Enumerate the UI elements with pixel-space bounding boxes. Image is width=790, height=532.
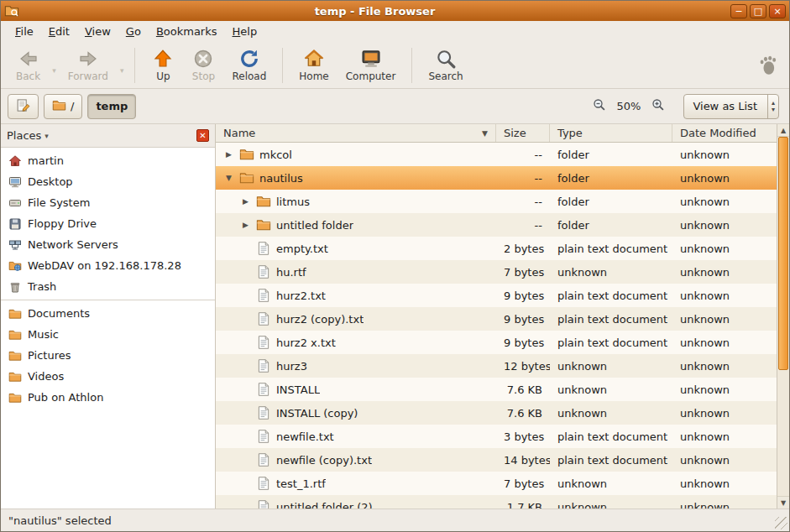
file-row-test-1-rtf[interactable]: test_1.rtf7 bytesunknownunknown (216, 472, 777, 495)
column-header-date-modified[interactable]: Date Modified (672, 124, 777, 142)
file-row-untitled-folder-2[interactable]: untitled folder (2)1.7 KBunknownunknown (216, 495, 777, 509)
file-row-install-copy[interactable]: INSTALL (copy)7.6 KBunknownunknown (216, 401, 777, 425)
folder-icon (8, 307, 22, 321)
type-cell: unknown (550, 477, 672, 490)
zoom-in-icon (651, 98, 665, 114)
file-name: INSTALL (276, 383, 320, 396)
expand-icon[interactable]: ▶ (240, 221, 251, 229)
sidebar-item-desktop[interactable]: Desktop (1, 171, 215, 192)
file-row-mkcol[interactable]: ▶mkcol--folderunknown (216, 143, 777, 166)
sidebar-item-documents[interactable]: Documents (1, 303, 215, 324)
close-button[interactable]: × (769, 4, 786, 18)
sidebar-item-webdav-on-192-168-178-28[interactable]: WebDAV on 192.168.178.28 (1, 255, 215, 276)
close-sidebar-button[interactable]: ✕ (196, 129, 209, 142)
file-name: INSTALL (copy) (276, 407, 358, 420)
toolbar-reload-button[interactable]: Reload (223, 45, 275, 86)
folder-icon (8, 349, 22, 362)
column-header-size[interactable]: Size (496, 124, 550, 142)
file-row-hurz2-txt[interactable]: hurz2.txt9 bytesplain text documentunkno… (216, 284, 777, 307)
toolbar-forward-label: Forward (68, 70, 108, 82)
view-mode-select[interactable]: View as List ▴▾ (683, 94, 779, 119)
maximize-button[interactable]: □ (750, 4, 766, 18)
zoom-out-button[interactable] (589, 96, 610, 117)
file-name: hu.rtf (276, 266, 306, 279)
sidebar-item-pub-on-athlon[interactable]: Pub on Athlon (1, 387, 215, 408)
menu-help[interactable]: Help (225, 23, 265, 40)
sort-descending-icon: ▼ (482, 129, 488, 138)
file-row-hurz2-x-txt[interactable]: hurz2 x.txt9 bytesplain text documentunk… (216, 331, 777, 354)
toggle-location-entry-button[interactable] (8, 94, 39, 119)
menu-file[interactable]: File (8, 23, 41, 40)
back-icon (18, 49, 39, 69)
expand-icon[interactable]: ▶ (240, 197, 251, 206)
scroll-down-arrow-icon[interactable]: ▼ (777, 496, 789, 509)
toolbar-computer-button[interactable]: Computer (337, 45, 405, 86)
scrollbar-thumb[interactable] (778, 137, 788, 370)
menu-go[interactable]: Go (118, 23, 149, 40)
file-row-newfile-copy-txt[interactable]: newfile (copy).txt14 bytesplain text doc… (216, 448, 777, 472)
sidebar-item-file-system[interactable]: File System (1, 192, 215, 213)
reload-icon (239, 49, 259, 69)
file-icon (256, 288, 271, 303)
file-row-litmus[interactable]: ▶litmus--folderunknown (216, 190, 777, 213)
places-header[interactable]: Places ▾ ✕ (1, 124, 215, 148)
sidebar-item-network-servers[interactable]: Network Servers (1, 234, 215, 255)
file-name: hurz2 x.txt (276, 336, 336, 349)
toolbar-reload-label: Reload (232, 70, 266, 82)
path-root-button[interactable]: / (44, 94, 82, 119)
type-cell: plain text document (550, 336, 672, 349)
name-cell: hu.rtf (216, 264, 496, 279)
minimize-button[interactable]: − (730, 4, 747, 18)
scroll-up-arrow-icon[interactable]: ▲ (777, 124, 789, 137)
file-row-hurz3[interactable]: hurz312 bytesunknownunknown (216, 354, 777, 378)
menu-edit[interactable]: Edit (41, 23, 77, 40)
sidebar-separator (1, 300, 215, 300)
folder-icon (239, 147, 254, 162)
type-cell: unknown (550, 383, 672, 396)
file-row-untitled-folder[interactable]: ▶untitled folder--folderunknown (216, 213, 777, 237)
menu-bookmarks[interactable]: Bookmarks (149, 23, 225, 40)
column-header-type[interactable]: Type (550, 124, 672, 142)
sidebar-item-martin[interactable]: martin (1, 150, 215, 171)
file-row-hu-rtf[interactable]: hu.rtf7 bytesunknownunknown (216, 260, 777, 284)
file-row-nautilus[interactable]: ▼nautilus--folderunknown (216, 166, 777, 190)
toolbar-up-button[interactable]: Up (143, 45, 183, 86)
file-icon (256, 358, 271, 373)
column-header-name[interactable]: Name ▼ (216, 124, 496, 142)
view-mode-spinner-icon[interactable]: ▴▾ (767, 95, 778, 118)
vertical-scrollbar[interactable]: ▲ ▼ (777, 124, 789, 509)
size-cell: 7.6 KB (496, 407, 550, 420)
sidebar-item-trash[interactable]: Trash (1, 276, 215, 297)
name-cell: ▼nautilus (216, 170, 496, 185)
zoom-in-button[interactable] (648, 96, 668, 117)
sidebar-item-music[interactable]: Music (1, 324, 215, 345)
sidebar-item-pictures[interactable]: Pictures (1, 345, 215, 366)
file-row-empty-txt[interactable]: empty.txt2 bytesplain text documentunkno… (216, 237, 777, 260)
sidebar-item-floppy-drive[interactable]: Floppy Drive (1, 213, 215, 234)
file-icon (256, 429, 271, 444)
toolbar-home-button[interactable]: Home (290, 45, 337, 86)
date-cell: unknown (672, 454, 777, 467)
window-title: temp - File Browser (19, 5, 730, 18)
places-sidebar: Places ▾ ✕ martinDesktopFile SystemFlopp… (1, 124, 216, 509)
menu-view[interactable]: View (77, 23, 118, 40)
search-icon (436, 49, 456, 69)
list-header: Name ▼ Size Type Date Modified (216, 124, 777, 143)
path-current-label: temp (96, 100, 128, 112)
toolbar-search-button[interactable]: Search (420, 45, 471, 86)
titlebar[interactable]: temp - File Browser − □ × (1, 1, 789, 21)
resize-grip[interactable] (775, 517, 787, 529)
name-cell: empty.txt (216, 241, 496, 256)
file-row-install[interactable]: INSTALL7.6 KBunknownunknown (216, 378, 777, 401)
size-cell: -- (496, 172, 550, 185)
file-row-newfile-txt[interactable]: newfile.txt3 bytesplain text documentunk… (216, 425, 777, 448)
sidebar-item-label: Documents (28, 307, 90, 320)
expand-icon[interactable]: ▶ (223, 150, 234, 159)
file-row-hurz2-copy-txt[interactable]: hurz2 (copy).txt9 bytesplain text docume… (216, 307, 777, 331)
sidebar-item-videos[interactable]: Videos (1, 366, 215, 387)
scrollbar-track[interactable] (777, 137, 789, 496)
path-current-button[interactable]: temp (87, 94, 136, 119)
folder-icon (239, 170, 254, 185)
collapse-icon[interactable]: ▼ (223, 174, 234, 182)
type-cell: unknown (550, 360, 672, 373)
